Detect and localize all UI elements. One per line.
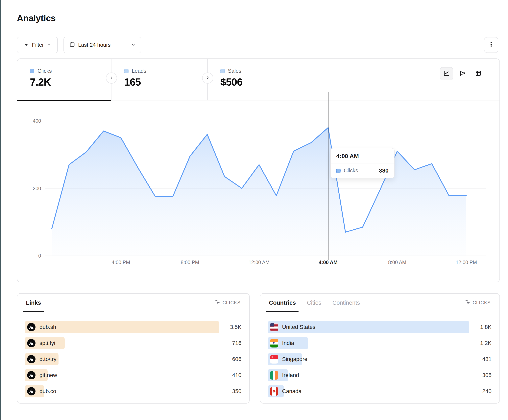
funnel-view-button[interactable] [456,67,469,80]
chevron-down-icon [47,42,51,48]
continents-tab-label: Continents [332,300,360,306]
row-value: 1.2K [472,340,492,346]
tab-continents[interactable]: Continents [332,294,360,312]
links-metric-label: CLICKS [223,300,241,305]
leads-legend-swatch [124,69,128,73]
expand-sales-button[interactable] [202,72,213,84]
link-row[interactable]: d.to/try606 [25,353,241,365]
clicks-label: Clicks [37,68,52,74]
tab-sales[interactable]: Sales $506 [208,59,304,101]
table-view-button[interactable] [472,67,485,80]
analytics-chart-card: Clicks 7.2K Leads 165 Sales $506 [17,58,500,282]
links-list: dub.sh3.5Kspti.fyi716d.to/try606git.new4… [17,312,249,398]
expand-leads-button[interactable] [106,72,117,84]
countries-tab-label: Countries [269,300,296,306]
chart-view-switcher [440,67,485,80]
analytics-page: Analytics Filter Last 24 hou [0,0,508,420]
svg-text:0: 0 [38,253,41,259]
countries-panel-header: Countries Cities Continents [260,294,500,312]
chevron-down-icon [131,42,135,48]
clicks-legend-swatch [30,69,34,73]
countries-metric-label: CLICKS [473,300,491,305]
row-value: 410 [222,372,241,378]
links-metric-selector[interactable]: CLICKS [215,299,241,306]
links-panel-header: Links CLICKS [17,294,249,312]
dub-logo-icon [27,387,36,395]
row-value: 716 [222,340,241,346]
row-value: 606 [222,356,241,362]
table-grid-icon [475,70,482,78]
links-tab-label: Links [26,300,41,306]
country-row[interactable]: India1.2K [268,337,492,349]
sales-value: $506 [220,76,304,88]
country-row[interactable]: Canada240 [268,385,492,398]
row-bar-track: dub.sh [25,321,219,333]
dub-logo-icon [27,323,36,331]
link-row[interactable]: spti.fyi716 [25,337,241,349]
tooltip-series-value: 380 [379,167,388,174]
link-row[interactable]: dub.sh3.5K [25,321,241,333]
row-value: 1.8K [472,324,492,330]
countries-panel: Countries Cities Continents [260,293,500,404]
row-label: United States [282,324,315,330]
filter-button[interactable]: Filter [17,37,58,53]
clicks-value: 7.2K [30,76,111,88]
filter-lines-icon [24,42,29,48]
row-value: 240 [472,388,492,394]
ca-flag-icon [270,387,278,396]
tooltip-time: 4:00 AM [331,148,394,163]
tab-links[interactable]: Links [26,294,41,312]
row-label: d.to/try [39,356,57,362]
row-label: Singapore [282,356,307,362]
cursor-click-icon [465,299,470,306]
link-row[interactable]: git.new410 [25,369,241,381]
dub-logo-icon [27,339,36,347]
row-value: 3.5K [222,324,241,330]
row-value: 350 [222,388,241,394]
row-bar-track: spti.fyi [25,337,219,349]
date-range-label: Last 24 hours [78,42,128,48]
row-bar-track: git.new [25,369,219,381]
row-label: Ireland [282,372,299,378]
line-chart-icon [443,70,450,78]
more-menu-button[interactable] [484,37,498,53]
us-flag-icon [270,323,278,332]
row-label: Canada [282,388,301,394]
dub-logo-icon [27,355,36,363]
toolbar: Filter Last 24 hours [17,37,500,53]
row-bar-track: d.to/try [25,353,219,365]
leads-value: 165 [124,76,207,88]
row-label: git.new [39,372,57,378]
tab-leads[interactable]: Leads 165 [112,59,208,101]
svg-text:400: 400 [33,118,41,124]
row-bar-track: Singapore [268,353,469,365]
country-row[interactable]: United States1.8K [268,321,492,333]
chevron-right-icon [110,76,113,80]
tab-clicks[interactable]: Clicks 7.2K [17,59,112,101]
tab-cities[interactable]: Cities [307,294,321,312]
date-range-button[interactable]: Last 24 hours [63,37,141,53]
line-chart-view-button[interactable] [440,67,453,80]
tab-countries[interactable]: Countries [269,294,296,312]
chart-hover-area[interactable] [45,106,486,277]
sg-flag-icon [270,355,278,363]
row-label: spti.fyi [39,340,55,346]
countries-metric-selector[interactable]: CLICKS [465,299,491,306]
country-row[interactable]: Ireland305 [268,369,492,381]
row-bar-track: United States [268,321,469,333]
row-bar-track: Canada [268,385,469,398]
calendar-icon [69,42,75,49]
sales-label: Sales [228,68,241,74]
link-row[interactable]: dub.co350 [25,385,241,398]
filter-button-label: Filter [32,42,44,48]
cursor-click-icon [215,299,220,306]
row-bar-track: dub.co [25,385,219,398]
funnel-icon [459,70,466,78]
links-panel: Links CLICKS dub.sh3.5Kspti.fyi716d [17,293,250,404]
sales-legend-swatch [220,69,225,73]
countries-list: United States1.8KIndia1.2KSingapore481Ir… [260,312,500,398]
stats-tabs-row: Clicks 7.2K Leads 165 Sales $506 [17,59,500,101]
country-row[interactable]: Singapore481 [268,353,492,365]
window-edge-strip [0,0,1,420]
row-value: 481 [472,356,492,362]
